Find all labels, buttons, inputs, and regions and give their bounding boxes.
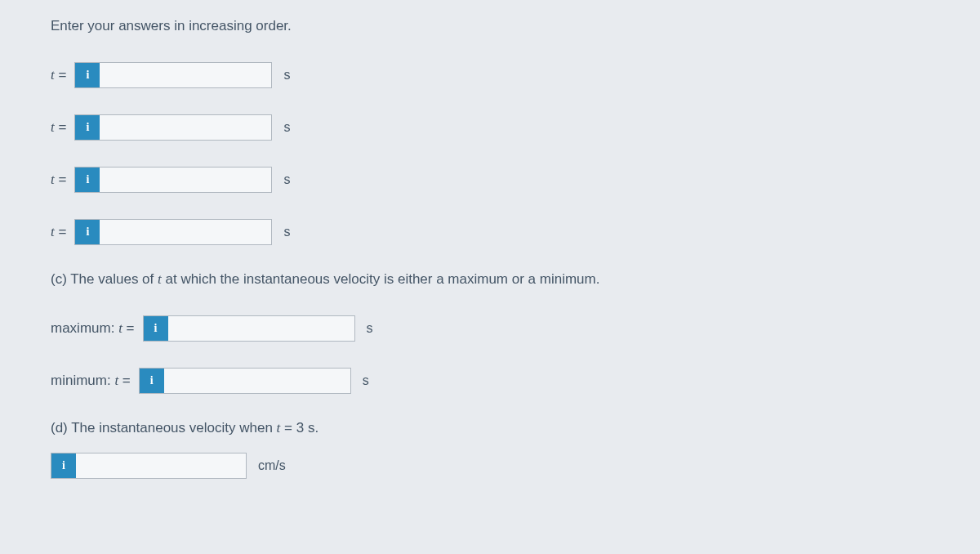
t-row-4: t = i s (51, 219, 980, 245)
minimum-row: minimum: t = i s (51, 368, 980, 394)
t-input-2[interactable] (74, 114, 272, 141)
minimum-input-wrap: i (139, 368, 351, 394)
maximum-unit: s (367, 321, 373, 336)
part-c-text: (c) The values of t at which the instant… (51, 271, 980, 288)
info-icon[interactable]: i (75, 168, 100, 192)
t-input-1[interactable] (74, 62, 272, 88)
info-icon[interactable]: i (75, 220, 100, 244)
part-d-val: 3 (296, 420, 304, 436)
t-label-1: t = (51, 67, 66, 83)
input-wrap-3: i (74, 167, 272, 193)
unit-3: s (283, 172, 290, 187)
part-c-suffix: at which the instantaneous velocity is e… (162, 271, 600, 287)
t-row-1: t = i s (51, 62, 980, 88)
info-icon[interactable]: i (75, 63, 100, 87)
t-label-4: t = (51, 224, 66, 240)
unit-1: s (283, 68, 290, 83)
instruction-text: Enter your answers in increasing order. (51, 18, 980, 34)
velocity-input-wrap: i (51, 453, 247, 479)
minimum-input[interactable] (139, 368, 351, 394)
maximum-label: maximum: t = (51, 320, 135, 337)
velocity-row: i cm/s (51, 453, 980, 479)
info-icon[interactable]: i (75, 115, 100, 140)
t-label-3: t = (51, 172, 66, 188)
minimum-label: minimum: t = (51, 373, 131, 389)
question-page: Enter your answers in increasing order. … (0, 0, 980, 479)
info-icon[interactable]: i (144, 316, 168, 341)
input-wrap-1: i (74, 62, 272, 88)
part-c-prefix: (c) The values of (51, 271, 158, 287)
part-d-mid: = (280, 420, 296, 436)
input-wrap-2: i (74, 114, 272, 141)
part-d-suffix: s. (304, 420, 318, 436)
maximum-input-wrap: i (143, 315, 355, 342)
input-wrap-4: i (74, 219, 272, 245)
t-input-3[interactable] (74, 167, 272, 193)
part-d-text: (d) The instantaneous velocity when t = … (51, 420, 980, 436)
t-row-2: t = i s (51, 114, 980, 141)
info-icon[interactable]: i (140, 369, 164, 393)
part-d-prefix: (d) The instantaneous velocity when (51, 420, 277, 436)
velocity-input[interactable] (51, 453, 247, 479)
maximum-row: maximum: t = i s (51, 315, 980, 342)
info-icon[interactable]: i (51, 453, 76, 478)
unit-4: s (283, 225, 290, 239)
t-label-2: t = (51, 119, 66, 136)
maximum-input[interactable] (143, 315, 355, 342)
velocity-unit: cm/s (258, 458, 286, 473)
t-input-4[interactable] (74, 219, 272, 245)
unit-2: s (283, 120, 290, 135)
minimum-unit: s (363, 373, 369, 388)
t-row-3: t = i s (51, 167, 980, 193)
